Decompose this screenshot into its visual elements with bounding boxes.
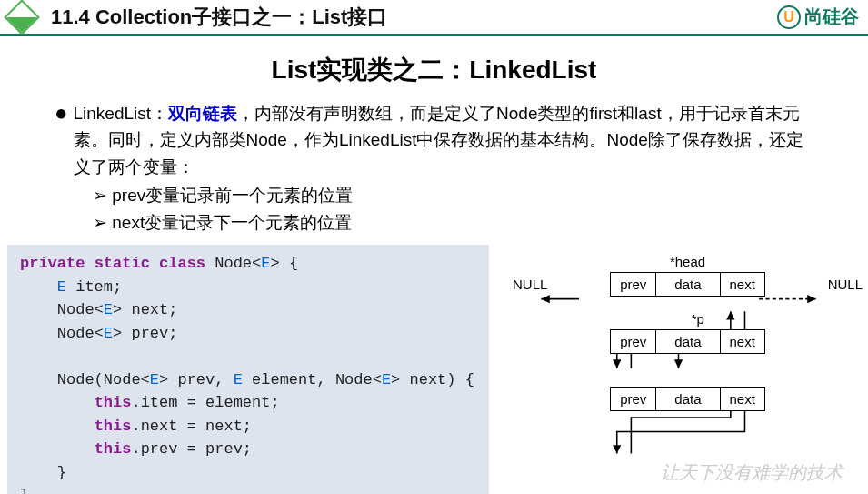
node-1: prev data next bbox=[610, 272, 765, 297]
sub-list: prev变量记录前一个元素的位置 next变量记录下一个元素的位置 bbox=[93, 182, 813, 236]
slide-title: List实现类之二：LinkedList bbox=[0, 53, 868, 87]
p-label: *p bbox=[692, 311, 704, 327]
cell-prev: prev bbox=[610, 387, 656, 411]
lead-name: LinkedList： bbox=[74, 104, 169, 123]
cell-next: next bbox=[721, 387, 765, 411]
main-bullet: ● LinkedList：双向链表，内部没有声明数组，而是定义了Node类型的f… bbox=[55, 100, 813, 180]
cell-next: next bbox=[721, 272, 765, 297]
cell-next: next bbox=[721, 329, 765, 354]
cell-data: data bbox=[656, 329, 720, 354]
watermark: 让天下没有难学的技术 bbox=[661, 460, 843, 485]
bullet-dot-icon: ● bbox=[55, 100, 68, 180]
code-block: private static class Node<E> { E item; N… bbox=[7, 245, 489, 494]
brand: U 尚硅谷 bbox=[777, 5, 859, 29]
linked-list-diagram: NULL *head prev data next NULL *p prev d… bbox=[489, 245, 868, 494]
brand-logo-icon: U bbox=[777, 5, 801, 29]
cell-data: data bbox=[656, 272, 720, 297]
cell-data: data bbox=[656, 387, 720, 411]
lower-row: private static class Node<E> { E item; N… bbox=[0, 245, 868, 494]
node-2: prev data next bbox=[610, 329, 765, 354]
node-3: prev data next bbox=[610, 387, 765, 411]
lead-emphasis: 双向链表 bbox=[168, 104, 237, 123]
head-label: *head bbox=[670, 254, 705, 269]
cell-prev: prev bbox=[610, 272, 656, 297]
brand-text: 尚硅谷 bbox=[804, 5, 859, 29]
cell-prev: prev bbox=[610, 329, 656, 354]
slide-header: 11.4 Collection子接口之一：List接口 U 尚硅谷 bbox=[0, 0, 868, 36]
sub-item-prev: prev变量记录前一个元素的位置 bbox=[93, 182, 813, 208]
sub-item-next: next变量记录下一个元素的位置 bbox=[93, 209, 813, 236]
null-left: NULL bbox=[513, 277, 547, 292]
header-diamond-icon bbox=[4, 0, 40, 35]
section-title: 11.4 Collection子接口之一：List接口 bbox=[51, 4, 777, 31]
null-right: NULL bbox=[828, 277, 863, 292]
body-content: ● LinkedList：双向链表，内部没有声明数组，而是定义了Node类型的f… bbox=[0, 100, 868, 236]
